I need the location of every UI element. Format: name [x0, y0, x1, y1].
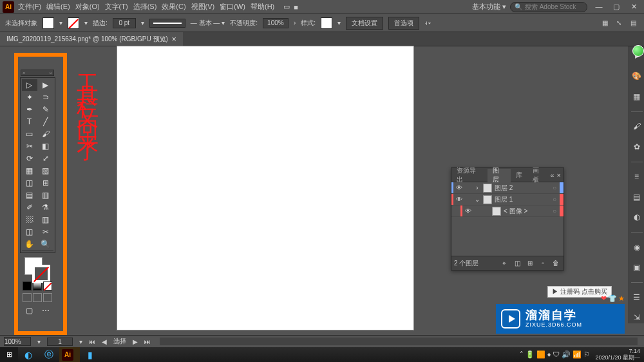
- pen-tool[interactable]: ✒: [22, 104, 37, 115]
- menu-type[interactable]: 文字(T): [105, 2, 128, 12]
- hand-tool[interactable]: ✋: [22, 238, 37, 250]
- close-tab-icon[interactable]: ×: [172, 35, 176, 44]
- search-stock[interactable]: 🔍 搜索 Adobe Stock: [510, 2, 587, 12]
- taskbar-clock[interactable]: 7:14 2020/1/20 星期一: [592, 348, 643, 361]
- task-phone[interactable]: ▮: [80, 347, 100, 362]
- tab-layers[interactable]: 图层: [488, 169, 511, 182]
- align-icon[interactable]: ⫞▾: [424, 19, 431, 26]
- window-close-icon[interactable]: ✕: [626, 3, 641, 11]
- menu-view[interactable]: 视图(V): [191, 2, 215, 12]
- column-graph-tool[interactable]: ▥: [38, 214, 53, 225]
- nav-next-icon[interactable]: ▶: [133, 338, 138, 345]
- menu-icon-1[interactable]: ▭: [283, 3, 290, 11]
- target-icon[interactable]: ○: [549, 207, 560, 214]
- shape-builder-tool[interactable]: ◫: [22, 177, 37, 189]
- tab-artboards[interactable]: 画板: [527, 168, 551, 182]
- layer-name[interactable]: < 图像 >: [504, 207, 527, 216]
- share-bubble-icon[interactable]: [632, 45, 644, 57]
- panel-menu-icon[interactable]: ▤: [627, 17, 639, 29]
- symbol-sprayer-tool[interactable]: ⛆: [22, 214, 37, 225]
- eyedropper-tool[interactable]: ✐: [22, 202, 37, 213]
- color-mode-none[interactable]: [43, 281, 52, 291]
- doc-setup-button[interactable]: 文档设置: [346, 17, 383, 30]
- draw-inside[interactable]: [43, 293, 52, 302]
- start-button[interactable]: ⊞: [0, 347, 18, 362]
- layer-row[interactable]: 👁 › 图层 2 ○: [451, 182, 564, 194]
- direct-selection-tool[interactable]: ▶: [38, 79, 53, 91]
- new-layer-icon[interactable]: ▫: [538, 260, 548, 267]
- menu-icon-2[interactable]: ■: [294, 3, 298, 11]
- line-tool[interactable]: ╱: [38, 116, 53, 128]
- layer-name[interactable]: 图层 2: [495, 184, 513, 193]
- graphic-style-swatch[interactable]: [321, 17, 332, 29]
- scale-tool[interactable]: ⤢: [38, 153, 53, 164]
- selection-tool[interactable]: ▷: [22, 79, 37, 91]
- window-minimize-icon[interactable]: —: [591, 3, 607, 10]
- layer-row[interactable]: 👁 < 图像 > ○: [451, 205, 564, 217]
- blend-tool[interactable]: ⚗: [38, 202, 53, 213]
- graphic-styles-panel-icon[interactable]: ▣: [631, 262, 643, 274]
- tab-asset-export[interactable]: 资源导出: [451, 168, 488, 182]
- collapse-icon[interactable]: ⌄: [474, 196, 480, 203]
- menu-window[interactable]: 窗口(W): [220, 2, 245, 12]
- expand-icon[interactable]: ›: [474, 184, 480, 191]
- locate-object-icon[interactable]: ⌖: [499, 260, 509, 267]
- opacity-input[interactable]: [263, 18, 289, 28]
- menu-help[interactable]: 帮助(H): [251, 2, 274, 12]
- appearance-panel-icon[interactable]: ◉: [631, 242, 643, 253]
- system-tray[interactable]: ˄ 🔋🟧♦🛡🔊📶⚐: [517, 350, 593, 359]
- gradient-panel-icon[interactable]: ▤: [631, 191, 643, 203]
- delete-layer-icon[interactable]: 🗑: [551, 260, 561, 267]
- edit-toolbar[interactable]: ⋯: [38, 305, 53, 316]
- visibility-toggle-icon[interactable]: 👁: [453, 184, 465, 191]
- width-tool[interactable]: ▦: [22, 165, 37, 176]
- nav-prev-icon[interactable]: ◀: [102, 338, 107, 345]
- task-illustrator[interactable]: Ai: [59, 347, 80, 362]
- mesh-tool[interactable]: ▤: [22, 189, 37, 201]
- shaper-tool[interactable]: ✂: [22, 140, 37, 152]
- perspective-tool[interactable]: ⊞: [38, 177, 53, 189]
- menu-file[interactable]: 文件(F): [18, 2, 41, 12]
- visibility-toggle-icon[interactable]: 👁: [453, 196, 465, 203]
- slice-tool[interactable]: ✂: [38, 226, 53, 238]
- task-browser1[interactable]: ◐: [18, 347, 39, 362]
- window-restore-icon[interactable]: ▢: [609, 3, 624, 11]
- nav-last-icon[interactable]: ⏭: [144, 338, 151, 345]
- zoom-tool[interactable]: 🔍: [38, 238, 53, 250]
- menu-select[interactable]: 选择(S): [133, 2, 157, 12]
- tray-up-icon[interactable]: ˄: [520, 350, 524, 359]
- asset-export-panel-icon[interactable]: ⇲: [631, 312, 643, 324]
- workspace-switcher[interactable]: 基本功能 ▾: [472, 2, 506, 12]
- rotate-tool[interactable]: ⟳: [22, 153, 37, 164]
- stroke-weight-input[interactable]: [113, 18, 136, 28]
- nav-first-icon[interactable]: ⏮: [89, 338, 95, 345]
- curvature-tool[interactable]: ✎: [38, 104, 53, 115]
- gradient-tool[interactable]: ▥: [38, 189, 53, 201]
- clipping-mask-icon[interactable]: ◫: [512, 260, 522, 267]
- draw-behind[interactable]: [33, 293, 42, 302]
- panel-collapse-icon[interactable]: «: [550, 171, 554, 179]
- fill-stroke-picker[interactable]: [22, 256, 53, 280]
- tab-libraries[interactable]: 库: [511, 168, 527, 182]
- document-tab[interactable]: IMG_20200119_215634.png* @ 100% (RGB/GPU…: [0, 32, 183, 46]
- target-icon[interactable]: ○: [549, 196, 560, 203]
- task-ie[interactable]: ⓔ: [39, 347, 59, 362]
- color-mode-gradient[interactable]: [33, 281, 42, 291]
- stroke-color[interactable]: [32, 265, 50, 283]
- stroke-panel-icon[interactable]: ≡: [631, 171, 643, 183]
- panel-close-icon[interactable]: ×: [557, 171, 561, 179]
- paintbrush-tool[interactable]: 🖌: [38, 128, 53, 140]
- stroke-profile[interactable]: [149, 19, 185, 28]
- zoom-input[interactable]: [4, 337, 31, 346]
- prefs-button[interactable]: 首选项: [388, 17, 419, 30]
- screen-mode[interactable]: ▢: [21, 305, 37, 316]
- layer-row[interactable]: 👁 ⌄ 图层 1 ○: [451, 194, 564, 205]
- artboard[interactable]: [117, 46, 413, 330]
- layer-name[interactable]: 图层 1: [495, 195, 513, 204]
- swatches-panel-icon[interactable]: ▦: [631, 91, 643, 102]
- transparency-panel-icon[interactable]: ◐: [631, 212, 643, 224]
- rectangle-tool[interactable]: ▭: [22, 128, 37, 140]
- layers-panel-icon[interactable]: ☰: [631, 292, 643, 303]
- color-mode-solid[interactable]: [23, 281, 32, 291]
- artboard-tool[interactable]: ◫: [22, 226, 37, 238]
